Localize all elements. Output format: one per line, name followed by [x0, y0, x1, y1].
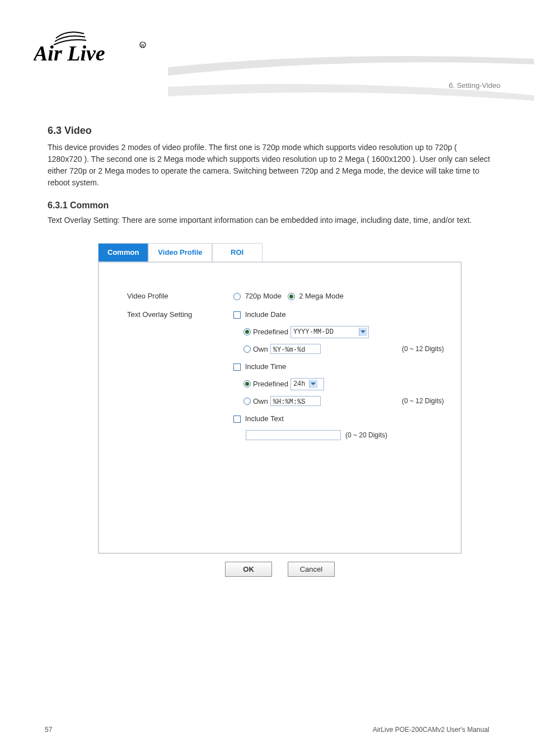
- input-include-text[interactable]: [246, 430, 341, 440]
- settings-panel: Video Profile 720p Mode 2 Mega Mode Text…: [98, 263, 462, 554]
- radio-date-own[interactable]: [243, 346, 251, 353]
- header-swoosh: [168, 45, 534, 101]
- include-date-label: Include Date: [245, 310, 286, 319]
- hint-date-own: (0 ~ 12 Digits): [402, 344, 444, 354]
- hint-text: (0 ~ 20 Digits): [345, 430, 387, 440]
- select-time-format[interactable]: 24h: [291, 378, 324, 390]
- radio-time-own[interactable]: [243, 398, 251, 405]
- mode-720p-label: 720p Mode: [245, 292, 282, 300]
- radio-date-predefined[interactable]: [243, 328, 251, 335]
- chevron-down-icon: [359, 328, 367, 336]
- cancel-button[interactable]: Cancel: [288, 562, 335, 577]
- subsection-text: Text Overlay Setting: There are some imp…: [48, 214, 492, 226]
- tab-roi[interactable]: ROI: [212, 243, 263, 262]
- checkbox-include-text[interactable]: [233, 416, 241, 423]
- radio-time-predefined[interactable]: [243, 380, 251, 388]
- include-time-label: Include Time: [245, 362, 287, 371]
- settings-screenshot: Common Video Profile ROI Video Profile 7…: [98, 243, 462, 577]
- radio-720p[interactable]: [233, 293, 241, 300]
- input-date-own[interactable]: %Y-%m-%d: [270, 344, 321, 354]
- manual-title: AirLive POE-200CAMv2 User's Manual: [373, 726, 489, 734]
- tab-common[interactable]: Common: [98, 243, 148, 262]
- checkbox-include-time[interactable]: [233, 363, 241, 371]
- svg-text:R: R: [141, 43, 144, 48]
- section-intro: This device provides 2 modes of video pr…: [48, 142, 492, 189]
- chevron-down-icon: [309, 380, 317, 388]
- radio-2mega[interactable]: [288, 293, 295, 300]
- svg-text:Air Live: Air Live: [34, 41, 105, 65]
- checkbox-include-date[interactable]: [233, 311, 241, 319]
- select-date-format[interactable]: YYYY-MM-DD: [291, 326, 369, 338]
- predefined-label-time: Predefined: [253, 379, 288, 390]
- brand-logo: Air Live R: [34, 28, 151, 67]
- hint-time-own: (0 ~ 12 Digits): [402, 396, 444, 406]
- subsection-title: 6.3.1 Common: [48, 199, 492, 212]
- input-time-own[interactable]: %H:%M:%S: [270, 396, 321, 406]
- page-footer: 57 AirLive POE-200CAMv2 User's Manual: [45, 726, 489, 734]
- select-date-format-value: YYYY-MM-DD: [293, 327, 355, 337]
- include-text-label: Include Text: [245, 414, 284, 423]
- chapter-header: 6. Setting-Video: [449, 81, 500, 90]
- mode-2mega-label: 2 Mega Mode: [299, 292, 344, 300]
- own-label-time: Own: [253, 396, 268, 407]
- page-number: 57: [45, 726, 52, 734]
- section-title: 6.3 Video: [48, 123, 492, 138]
- video-profile-label: Video Profile: [116, 291, 233, 302]
- tabs: Common Video Profile ROI: [98, 243, 462, 263]
- page-content: 6.3 Video This device provides 2 modes o…: [48, 123, 492, 577]
- tab-video-profile[interactable]: Video Profile: [148, 243, 212, 262]
- predefined-label-date: Predefined: [253, 326, 288, 338]
- ok-button[interactable]: OK: [225, 562, 272, 577]
- own-label-date: Own: [253, 344, 268, 355]
- text-overlay-label: Text Overlay Setting: [116, 309, 233, 320]
- select-time-format-value: 24h: [293, 379, 306, 389]
